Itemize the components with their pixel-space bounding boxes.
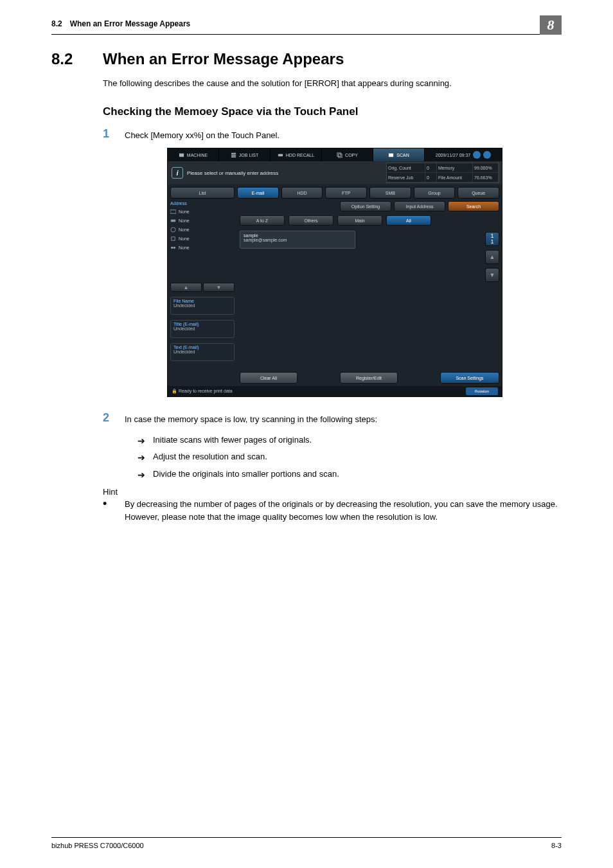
svg-rect-2: [231, 154, 236, 155]
text-box[interactable]: Text (E-mail)Undecided: [170, 343, 235, 361]
arrow-icon: ➔: [138, 466, 153, 484]
tab-scan[interactable]: SCAN: [373, 148, 425, 161]
ftp-small-icon: [170, 227, 176, 233]
svg-rect-9: [171, 219, 175, 222]
info-icon: i: [172, 167, 183, 179]
meta-reserve-label: Reserve Job: [387, 173, 425, 182]
svg-rect-5: [337, 152, 341, 155]
tab-machine[interactable]: MACHINE: [168, 148, 219, 161]
svg-rect-0: [179, 153, 184, 156]
meta-memory-label: Memory: [437, 163, 473, 173]
status-text: Ready to receive print data: [179, 389, 233, 393]
filter-all-button[interactable]: All: [386, 215, 431, 226]
filename-box[interactable]: File NameUndecided: [170, 297, 235, 315]
timestamp-text: 2009/11/27 09:37: [436, 153, 471, 157]
touch-panel-screenshot: MACHINE JOB LIST HDD RECALL COPY SCAN 20…: [167, 148, 502, 397]
svg-rect-4: [278, 154, 283, 156]
chapter-badge: 8: [540, 15, 562, 35]
meta-file-label: File Amount: [437, 173, 473, 182]
meta-orig-count-label: Orig. Count: [387, 163, 425, 173]
svg-point-13: [173, 246, 176, 249]
title-value: Undecided: [173, 326, 195, 331]
info-prompt-text: Please select or manually enter address: [187, 170, 278, 176]
subsection-title: Checking the Memoey Space via the Touch …: [103, 105, 562, 118]
footer-left: bizhub PRESS C7000/C6000: [51, 842, 144, 849]
title-box[interactable]: Title (E-mail)Undecided: [170, 320, 235, 338]
step-1-text: Check [Memory xx%] on the Touch Panel.: [125, 127, 280, 142]
cat-list-button[interactable]: List: [170, 187, 235, 199]
substep-c: Divide the originals into smaller portio…: [153, 466, 339, 484]
tab-copy[interactable]: COPY: [322, 148, 373, 161]
status-dot-blue2-icon: [483, 151, 491, 159]
svg-rect-11: [172, 236, 175, 240]
entry-email: sample@sample.com: [244, 238, 351, 242]
hdd-icon: [278, 152, 283, 158]
text-value: Undecided: [173, 350, 195, 354]
meta-memory-value: 99.000%: [473, 163, 499, 173]
arrow-icon: ➔: [138, 449, 153, 466]
list-scroll-down-button[interactable]: ▼: [485, 268, 499, 282]
search-button[interactable]: Search: [448, 201, 499, 211]
cat-hdd-button[interactable]: HDD: [281, 187, 323, 199]
scan-settings-button[interactable]: Scan Settings: [440, 372, 499, 384]
section-intro: The following describes the cause and th…: [103, 77, 562, 90]
substep-b: Adjust the resolution and scan.: [153, 449, 267, 466]
step-2-number: 2: [103, 411, 125, 426]
tab-hdd-recall[interactable]: HDD RECALL: [271, 148, 322, 161]
section-title: When an Error Message Appears: [103, 50, 344, 68]
copy-icon: [337, 152, 342, 158]
addr-scroll-down-button[interactable]: ▼: [203, 283, 235, 292]
filter-atoz-button[interactable]: A to Z: [240, 215, 285, 226]
hint-text: By decreasing the number of pages of the…: [125, 498, 562, 523]
status-dot-blue-icon: [473, 151, 481, 159]
step-1-number: 1: [103, 127, 125, 142]
footer-right: 8-3: [551, 842, 562, 849]
addr-none-1: None: [179, 209, 235, 214]
cat-ftp-button[interactable]: FTP: [325, 187, 367, 199]
title-label: Title (E-mail): [173, 322, 199, 326]
addr-none-2: None: [179, 218, 235, 223]
cat-smb-button[interactable]: SMB: [369, 187, 411, 199]
tab-scan-label: SCAN: [396, 153, 409, 157]
meta-reserve-value: 0: [425, 173, 437, 182]
tab-copy-label: COPY: [345, 153, 358, 157]
section-number: 8.2: [51, 50, 103, 68]
bullet-icon: •: [103, 498, 125, 523]
filename-label: File Name: [173, 299, 194, 303]
cat-email-button[interactable]: E-mail: [237, 187, 279, 199]
address-entry[interactable]: sample sample@sample.com: [240, 231, 355, 249]
addr-none-3: None: [179, 227, 235, 232]
svg-point-12: [171, 246, 173, 249]
tab-machine-label: MACHINE: [187, 153, 208, 157]
clear-all-button[interactable]: Clear All: [240, 372, 298, 384]
hint-label: Hint: [103, 487, 562, 497]
svg-rect-3: [231, 156, 236, 157]
filename-value: Undecided: [173, 303, 195, 308]
mail-icon: [170, 209, 176, 215]
lock-icon: 🔒: [172, 389, 177, 393]
machine-icon: [179, 152, 184, 158]
option-setting-button[interactable]: Option Setting: [340, 201, 391, 211]
register-edit-button[interactable]: Register/Edit: [340, 372, 398, 384]
svg-rect-7: [389, 153, 393, 156]
addr-none-4: None: [179, 236, 235, 241]
group-small-icon: [170, 245, 176, 251]
filter-others-button[interactable]: Others: [289, 215, 333, 226]
svg-rect-8: [170, 209, 176, 213]
entry-name: sample: [244, 233, 351, 238]
tab-job-list-label: JOB LIST: [239, 153, 258, 157]
cat-queue-button[interactable]: Queue: [458, 187, 499, 199]
addr-scroll-up-button[interactable]: ▲: [170, 283, 202, 292]
page-count-chip: 1 1: [485, 232, 499, 246]
rotation-chip: Rotation: [466, 387, 498, 395]
tab-job-list[interactable]: JOB LIST: [219, 148, 271, 161]
arrow-icon: ➔: [138, 432, 153, 450]
svg-rect-1: [231, 152, 236, 154]
filter-main-button[interactable]: Main: [337, 215, 382, 226]
meta-orig-count-value: 0: [425, 163, 437, 173]
cat-group-button[interactable]: Group: [414, 187, 456, 199]
meta-file-value: 76.663%: [473, 173, 499, 182]
running-header-text: 8.2 When an Error Message Appears: [51, 19, 190, 28]
input-address-button[interactable]: Input Address: [394, 201, 445, 211]
list-scroll-up-button[interactable]: ▲: [485, 250, 499, 264]
